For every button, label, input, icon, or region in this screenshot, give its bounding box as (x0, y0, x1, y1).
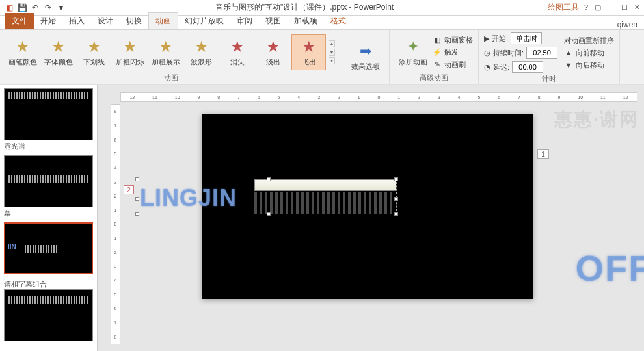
tab-animations[interactable]: 动画 (148, 12, 178, 29)
duration-input[interactable] (526, 47, 557, 58)
maximize-icon[interactable]: ☐ (621, 3, 628, 12)
reorder-label: 对动画重新排序 (564, 36, 614, 46)
slide-thumbnails[interactable]: 霓光谱 幕 IIN 谱和字幕组合 (0, 84, 98, 351)
animation-字体颜色[interactable]: ★字体颜色 (41, 34, 75, 70)
app-icon: ◧ (4, 3, 14, 13)
clock-icon: ◷ (484, 49, 490, 57)
animation-pane-button[interactable]: ◧动画窗格 (433, 35, 473, 45)
gallery-expand[interactable]: ▲▼▾ (327, 39, 336, 66)
animation-painter-button[interactable]: ✎动画刷 (433, 60, 473, 70)
resize-handle-s[interactable] (267, 212, 271, 216)
animation-order-tag[interactable]: 2 (124, 185, 134, 194)
quick-access-toolbar: ◧ 💾 ↶ ↷ ▾ (4, 3, 66, 13)
textbox-content[interactable]: LINGJIN (140, 185, 237, 212)
group-label-advanced: 高级动画 (395, 73, 473, 83)
delay-input[interactable] (512, 61, 543, 73)
thumb-3[interactable]: IIN (4, 222, 93, 276)
star-icon: ★ (300, 38, 318, 56)
tab-home[interactable]: 开始 (34, 13, 62, 29)
timing-group: ▶开始: ◷持续时间: ◔延迟: 对动画重新排序 ▲向前移动 ▼向后移动 计时 (479, 30, 620, 84)
tab-review[interactable]: 审阅 (230, 13, 259, 29)
arrow-up-icon: ▲ (564, 49, 573, 57)
resize-handle-e[interactable] (394, 197, 398, 201)
arrow-down-icon: ▼ (564, 61, 573, 69)
animation-下划线[interactable]: ★下划线 (77, 34, 111, 70)
group-label-timing: 计时 (484, 74, 614, 84)
account-name[interactable]: qiwen (617, 20, 644, 29)
resize-handle-se[interactable] (394, 212, 398, 216)
workspace: 霓光谱 幕 IIN 谱和字幕组合 惠惠·谢网 12111098765432101… (0, 84, 644, 351)
brush-icon: ✎ (433, 60, 442, 69)
tab-slideshow[interactable]: 幻灯片放映 (178, 13, 230, 29)
resize-handle-nw[interactable] (135, 177, 139, 181)
animation-gallery-group: ★画笔颜色★字体颜色★下划线★加粗闪烁★加粗展示★波浪形★消失★淡出★飞出▲▼▾… (0, 30, 342, 84)
trigger-button[interactable]: ⚡触发 (433, 47, 473, 57)
animation-加粗展示[interactable]: ★加粗展示 (148, 34, 183, 70)
add-animation-button[interactable]: ✦ 添加动画 (395, 35, 431, 70)
minimize-icon[interactable]: — (608, 3, 615, 12)
ribbon: ★画笔颜色★字体颜色★下划线★加粗闪烁★加粗展示★波浪形★消失★淡出★飞出▲▼▾… (0, 30, 644, 84)
comment-badge[interactable]: 1 (537, 150, 549, 159)
text-ruler (254, 179, 396, 191)
star-icon: ★ (228, 38, 247, 56)
horizontal-ruler: 1211109876543210123456789101112 (120, 92, 637, 102)
animation-飞出[interactable]: ★飞出 (291, 34, 326, 70)
star-icon: ★ (121, 38, 139, 56)
save-icon[interactable]: 💾 (17, 3, 27, 13)
ribbon-toggle-icon[interactable]: ▢ (595, 3, 601, 12)
tab-view[interactable]: 视图 (259, 13, 288, 29)
window-title: 音乐与图形的"互动"设计（课件）.pptx - PowerPoint (66, 2, 543, 13)
effect-options-button[interactable]: ➡ 效果选项 (347, 40, 384, 74)
undo-icon[interactable]: ↶ (30, 3, 40, 13)
resize-handle-w[interactable] (135, 197, 139, 201)
delay-field[interactable]: ◔延迟: (484, 61, 557, 73)
tab-format[interactable]: 格式 (324, 13, 353, 29)
text-bars-graphic (254, 192, 395, 214)
start-field[interactable]: ▶开始: (484, 32, 557, 44)
advanced-animation-group: ✦ 添加动画 ◧动画窗格 ⚡触发 ✎动画刷 高级动画 (390, 30, 479, 84)
resize-handle-n[interactable] (267, 177, 271, 181)
vertical-ruler: 87654321012345678 (111, 104, 120, 344)
resize-handle-ne[interactable] (394, 177, 398, 181)
timer-icon: ◔ (484, 63, 490, 72)
pane-icon: ◧ (433, 36, 442, 44)
thumb-4[interactable]: 谱和字幕组合 (4, 280, 93, 341)
star-icon: ★ (193, 38, 211, 56)
animation-波浪形[interactable]: ★波浪形 (184, 34, 219, 70)
lightning-icon: ⚡ (433, 48, 442, 57)
duration-field[interactable]: ◷持续时间: (484, 47, 557, 58)
tab-design[interactable]: 设计 (91, 13, 120, 29)
animation-淡出[interactable]: ★淡出 (256, 34, 290, 70)
close-icon[interactable]: ✕ (634, 3, 640, 12)
tab-transitions[interactable]: 切换 (120, 13, 148, 29)
arrow-right-icon: ➡ (356, 42, 375, 60)
star-icon: ★ (264, 38, 282, 56)
animation-消失[interactable]: ★消失 (220, 34, 254, 70)
play-icon: ▶ (484, 34, 489, 43)
redo-icon[interactable]: ↷ (43, 3, 53, 13)
tab-addins[interactable]: 加载项 (288, 13, 324, 29)
contextual-tab-label: 绘图工具 (543, 2, 584, 13)
thumb-1[interactable]: 霓光谱 (4, 88, 93, 151)
start-input[interactable] (511, 32, 542, 44)
star-plus-icon: ✦ (404, 38, 422, 56)
star-icon: ★ (157, 38, 175, 56)
effect-options-group: ➡ 效果选项 (342, 30, 390, 84)
qat-more-icon[interactable]: ▾ (56, 3, 66, 13)
resize-handle-sw[interactable] (135, 212, 139, 216)
move-later-button[interactable]: ▼向后移动 (564, 60, 614, 70)
file-tab[interactable]: 文件 (5, 13, 34, 29)
star-icon: ★ (85, 38, 103, 56)
thumb-2[interactable]: 幕 (4, 155, 93, 218)
ribbon-tabs: 文件 开始 插入 设计 切换 动画 幻灯片放映 审阅 视图 加载项 格式 qiw… (0, 16, 644, 30)
star-icon: ★ (14, 38, 32, 56)
star-icon: ★ (49, 38, 68, 56)
animation-加粗闪烁[interactable]: ★加粗闪烁 (113, 34, 147, 70)
group-label-animation: 动画 (5, 73, 336, 83)
move-earlier-button[interactable]: ▲向前移动 (564, 48, 614, 58)
selected-textbox[interactable]: LINGJIN (137, 179, 397, 214)
tab-insert[interactable]: 插入 (62, 13, 91, 29)
animation-画笔颜色[interactable]: ★画笔颜色 (5, 34, 40, 70)
watermark: 惠惠·谢网 (554, 107, 639, 132)
help-icon[interactable]: ? (584, 3, 588, 12)
